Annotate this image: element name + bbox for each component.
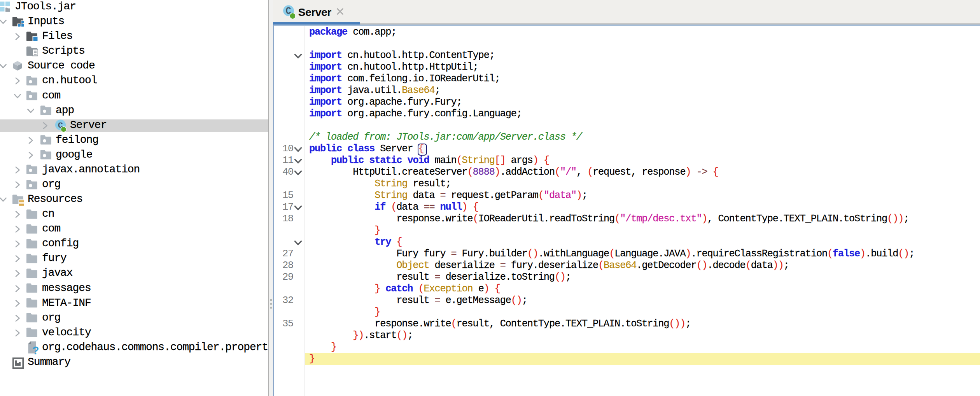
svg-text:?: ? [32, 344, 39, 355]
